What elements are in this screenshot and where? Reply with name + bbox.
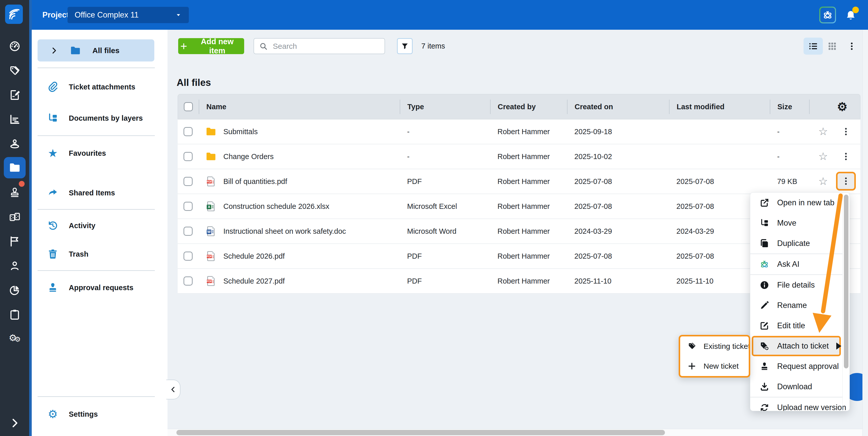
horizontal-scrollbar-thumb[interactable] <box>176 430 665 435</box>
row-menu-kebab-icon[interactable] <box>841 152 851 161</box>
menu-item-attach-to-ticket[interactable]: Attach to ticket <box>752 336 841 356</box>
filter-button[interactable] <box>397 38 413 54</box>
column-header-created-by[interactable]: Created by <box>490 94 567 119</box>
row-checkbox[interactable] <box>184 127 193 136</box>
menu-item-duplicate[interactable]: Duplicate <box>750 233 842 254</box>
dashboard-icon[interactable] <box>9 40 21 52</box>
ai-assistant-button[interactable] <box>819 7 836 23</box>
submenu-item-new-ticket[interactable]: New ticket <box>680 356 749 376</box>
favourite-star-icon[interactable]: ☆ <box>818 126 828 137</box>
list-view-toggle-active[interactable] <box>804 38 823 55</box>
file-name[interactable]: Construction schedule 2026.xlsx <box>223 202 330 211</box>
file-name[interactable]: Change Orders <box>223 152 274 161</box>
sidebar-item-shared-items[interactable]: Shared Items <box>37 181 154 205</box>
favourite-star-icon[interactable]: ☆ <box>818 176 828 187</box>
menu-item-file-details[interactable]: File details <box>750 275 842 295</box>
row-menu-kebab-annotated[interactable] <box>836 172 856 191</box>
file-name[interactable]: Schedule 2026.pdf <box>223 252 285 260</box>
flag-icon[interactable] <box>9 235 21 248</box>
menu-item-edit-title[interactable]: Edit title <box>750 316 842 336</box>
select-all-checkbox[interactable] <box>184 102 193 111</box>
share-icon <box>47 187 59 199</box>
horizontal-scrollbar[interactable] <box>167 429 862 436</box>
sidebar-collapse-handle[interactable] <box>166 380 181 399</box>
ai-icon <box>822 9 833 21</box>
sidebar-item-documents-by-layers[interactable]: Documents by layers <box>37 107 154 130</box>
document-edit-icon[interactable] <box>9 89 21 101</box>
row-menu-kebab-icon[interactable] <box>841 127 851 137</box>
row-checkbox[interactable] <box>184 202 193 211</box>
sidebar-item-activity[interactable]: Activity <box>37 214 154 237</box>
created-on: 2025-07-08 <box>567 244 669 268</box>
tags-icon[interactable] <box>9 64 21 77</box>
kebab-icon <box>841 176 851 186</box>
chevron-right-icon[interactable] <box>50 46 58 55</box>
menu-item-request-approval[interactable]: Request approval <box>750 356 842 377</box>
gears-icon[interactable]: ⚙⚙ <box>9 332 21 344</box>
table-row[interactable]: Submittals - Robert Hammer 2025-09-18 - … <box>178 119 860 144</box>
project-selector[interactable]: Office Complex 11 <box>67 7 189 23</box>
file-name[interactable]: Instructional sheet on work safety.doc <box>223 227 346 235</box>
row-checkbox[interactable] <box>184 152 193 161</box>
boxes-icon[interactable] <box>9 211 21 223</box>
table-row[interactable]: Bill of quantities.pdf PDF Robert Hammer… <box>178 169 860 194</box>
column-header-last-modified[interactable]: Last modified <box>669 94 770 119</box>
search-input[interactable] <box>272 42 379 51</box>
person-location-icon[interactable] <box>9 138 21 150</box>
sidebar-item-ticket-attachments[interactable]: Ticket attachments <box>37 75 154 98</box>
menu-item-move[interactable]: Move <box>750 213 842 233</box>
menu-item-label: File details <box>777 281 815 290</box>
table-row[interactable]: Change Orders - Robert Hammer 2025-10-02… <box>178 144 860 169</box>
column-settings-gear-icon[interactable]: ⚙ <box>837 101 847 113</box>
file-name[interactable]: Bill of quantities.pdf <box>223 177 287 186</box>
menu-item-rename[interactable]: Rename <box>750 295 842 316</box>
sidebar-item-all-files[interactable]: All files <box>37 39 154 61</box>
column-header-type[interactable]: Type <box>400 94 490 119</box>
pie-chart-icon[interactable] <box>9 284 21 296</box>
row-checkbox[interactable] <box>184 252 193 261</box>
menu-item-download[interactable]: Download <box>750 377 842 397</box>
row-checkbox[interactable] <box>184 227 193 236</box>
column-header-size[interactable]: Size <box>770 94 809 119</box>
sidebar-item-settings[interactable]: ⚙ Settings <box>37 403 154 426</box>
edit-square-icon <box>760 321 770 331</box>
menu-item-ask-ai[interactable]: Ask AI <box>750 254 842 274</box>
project-label: Project <box>42 0 69 30</box>
vertical-scrollbar-track[interactable] <box>862 30 868 436</box>
chart-icon[interactable] <box>9 113 21 125</box>
sidebar-item-trash[interactable]: Trash <box>37 242 154 266</box>
menu-item-open-in-new-tab[interactable]: Open in new tab <box>750 193 842 213</box>
menu-scrollbar-thumb[interactable] <box>844 195 848 369</box>
submenu-item-existing-tickets[interactable]: Existing tickets <box>680 337 749 356</box>
ask-ai-icon <box>760 259 770 269</box>
files-rail-item-active[interactable] <box>4 157 26 178</box>
favourite-star-icon[interactable]: ☆ <box>818 151 828 162</box>
page-title: All files <box>177 77 211 88</box>
tags-icon <box>687 342 696 351</box>
sidebar-divider <box>37 209 155 210</box>
toolbar-more-button[interactable] <box>845 38 859 55</box>
menu-item-upload-new-version[interactable]: Upload new version <box>750 397 842 411</box>
grid-view-toggle[interactable] <box>823 38 841 55</box>
last-modified <box>669 144 770 169</box>
sidebar-item-approval-requests[interactable]: Approval requests <box>37 276 154 299</box>
notifications-button[interactable] <box>845 7 858 23</box>
file-type: Microsoft Excel <box>400 194 490 219</box>
sidebar-item-favourites[interactable]: ★ Favourites <box>37 142 154 165</box>
file-type: Microsoft Word <box>400 219 490 243</box>
search-icon <box>259 42 268 51</box>
created-by: Robert Hammer <box>490 169 567 194</box>
file-name[interactable]: Schedule 2027.pdf <box>223 277 285 285</box>
file-name[interactable]: Submittals <box>223 127 258 136</box>
column-header-created-on[interactable]: Created on <box>567 94 669 119</box>
row-checkbox[interactable] <box>184 277 193 286</box>
stamp-icon[interactable] <box>9 186 21 199</box>
app-logo[interactable] <box>5 5 23 24</box>
row-checkbox[interactable] <box>184 177 193 186</box>
column-header-name[interactable]: Name <box>199 94 400 119</box>
rail-expand-chevron-icon[interactable] <box>9 417 21 429</box>
clipboard-icon[interactable] <box>9 309 21 321</box>
sidebar-divider <box>37 396 155 397</box>
person-icon[interactable] <box>9 260 21 272</box>
add-new-item-button[interactable]: Add new item <box>178 38 244 54</box>
